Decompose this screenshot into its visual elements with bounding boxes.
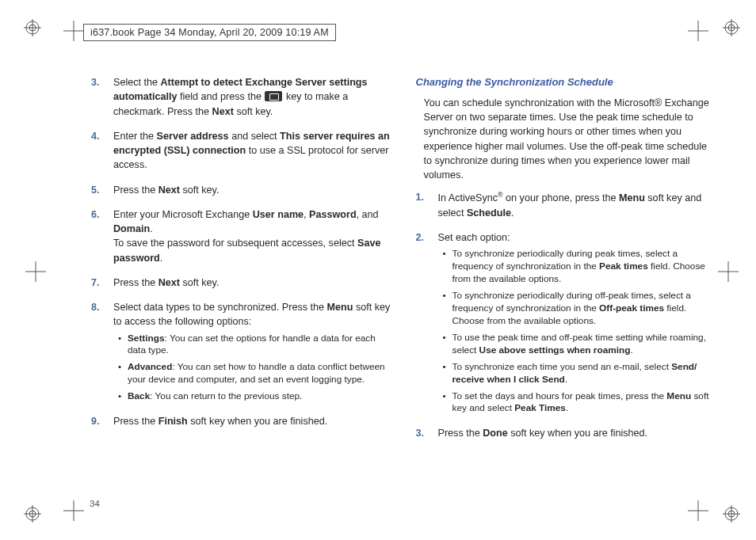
step-item: 3.Select the Attempt to detect Exchange …: [91, 75, 392, 122]
step-text: Set each option:: [438, 230, 717, 245]
step-number: 3.: [416, 426, 438, 443]
step-item: 3.Press the Done soft key when you are f…: [416, 426, 717, 443]
bullet-item: To use the peak time and off-peak time s…: [443, 332, 717, 357]
step-number: 8.: [91, 300, 113, 407]
bullet-item: To synchronize each time you send an e-m…: [443, 361, 717, 386]
step-number: 6.: [91, 207, 113, 268]
bullet-list: Settings: You can set the options for ha…: [118, 333, 392, 404]
step-number: 7.: [91, 276, 113, 293]
crop-mark-icon: [63, 500, 84, 521]
section-heading: Changing the Synchronization Schedule: [416, 75, 717, 90]
bullet-item: To synchronize periodically during off-p…: [443, 290, 717, 328]
step-number: 2.: [416, 230, 438, 419]
step-body: Enter the Server address and select This…: [113, 129, 392, 176]
step-item: 5.Press the Next soft key.: [91, 183, 392, 200]
crop-mark-icon: [63, 21, 84, 41]
registration-mark-icon: [24, 19, 41, 36]
registration-mark-icon: [24, 505, 41, 523]
step-body: Press the Next soft key.: [113, 183, 392, 200]
step-body: Set each option:To synchronize periodica…: [438, 230, 717, 419]
step-item: 7.Press the Next soft key.: [91, 276, 392, 293]
step-body: Press the Finish soft key when you are f…: [113, 414, 392, 432]
step-body: In ActiveSync® on your phone, press the …: [438, 190, 717, 223]
page-number: 34: [90, 499, 100, 508]
step-text: Select data types to be synchronized. Pr…: [113, 300, 392, 329]
step-text: In ActiveSync® on your phone, press the …: [438, 190, 717, 220]
bullet-list: To synchronize periodically during peak …: [443, 248, 717, 415]
section-intro: You can schedule synchronization with th…: [424, 96, 717, 183]
step-number: 3.: [91, 75, 113, 122]
step-text: Press the Next soft key.: [113, 276, 392, 290]
step-number: 4.: [91, 129, 113, 176]
crop-mark-icon: [25, 261, 46, 282]
step-text: Press the Next soft key.: [113, 183, 392, 197]
bullet-item: Back: You can return to the previous ste…: [118, 390, 392, 403]
crop-mark-icon: [688, 21, 708, 41]
step-item: 2.Set each option:To synchronize periodi…: [416, 230, 717, 419]
step-text: Enter your Microsoft Exchange User name,…: [113, 207, 392, 265]
crop-mark-icon: [718, 261, 739, 282]
right-column: Changing the Synchronization Schedule Yo…: [416, 75, 717, 516]
step-body: Press the Done soft key when you are fin…: [438, 426, 717, 443]
page-header: i637.book Page 34 Monday, April 20, 2009…: [83, 24, 336, 41]
step-item: 9.Press the Finish soft key when you are…: [91, 414, 392, 432]
bullet-item: Advanced: You can set how to handle a da…: [118, 361, 392, 386]
registration-mark-icon: [723, 19, 740, 36]
step-item: 4.Enter the Server address and select Th…: [91, 129, 392, 176]
step-body: Select data types to be synchronized. Pr…: [113, 300, 392, 407]
left-column: 3.Select the Attempt to detect Exchange …: [91, 75, 392, 516]
step-number: 9.: [91, 414, 113, 432]
page-content: 3.Select the Attempt to detect Exchange …: [91, 75, 716, 516]
step-item: 1.In ActiveSync® on your phone, press th…: [416, 190, 717, 223]
bullet-item: To set the days and hours for peak times…: [443, 390, 717, 416]
center-key-icon: [265, 91, 282, 101]
step-body: Enter your Microsoft Exchange User name,…: [113, 207, 392, 268]
registration-mark-icon: [723, 505, 740, 523]
step-body: Press the Next soft key.: [113, 276, 392, 293]
step-text: Press the Done soft key when you are fin…: [438, 426, 717, 440]
step-text: Press the Finish soft key when you are f…: [113, 414, 392, 428]
step-number: 5.: [91, 183, 113, 200]
step-body: Select the Attempt to detect Exchange Se…: [113, 75, 392, 122]
step-text: Enter the Server address and select This…: [113, 129, 392, 173]
step-text: Select the Attempt to detect Exchange Se…: [113, 75, 392, 119]
step-number: 1.: [416, 190, 438, 223]
step-item: 6.Enter your Microsoft Exchange User nam…: [91, 207, 392, 268]
bullet-item: To synchronize periodically during peak …: [443, 248, 717, 286]
step-item: 8.Select data types to be synchronized. …: [91, 300, 392, 407]
bullet-item: Settings: You can set the options for ha…: [118, 333, 392, 358]
